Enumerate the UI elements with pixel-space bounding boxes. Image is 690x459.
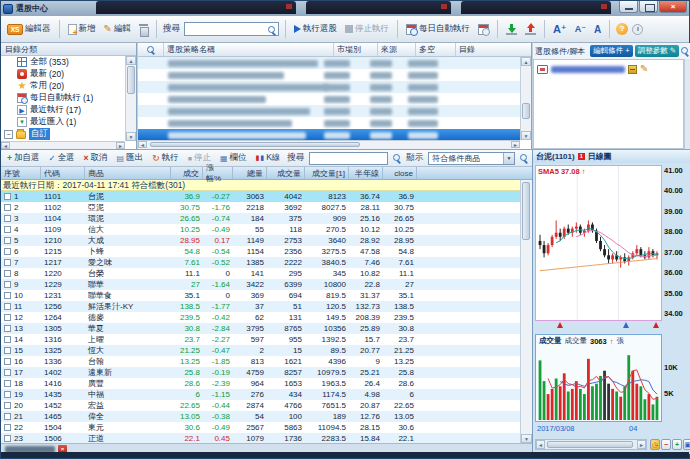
font-reset-button[interactable]: A <box>592 23 603 36</box>
row-checkbox[interactable] <box>4 303 11 310</box>
row-checkbox[interactable] <box>4 259 11 266</box>
column-source[interactable]: 來源 <box>378 43 416 56</box>
sidebar-item-最近執行[interactable]: ▶最近執行(17) <box>1 104 125 116</box>
font-bigger-button[interactable]: A⁺ <box>551 22 569 37</box>
zoom-out-icon[interactable]: − <box>661 439 671 450</box>
table-row[interactable]: 191435中福6-1.152764341174.54.986 <box>1 389 520 400</box>
column-price[interactable]: 成交 <box>171 167 203 179</box>
import-button[interactable] <box>504 22 519 36</box>
table-row[interactable]: 131305華夏30.8-2.84379587651035625.8930.8 <box>1 323 520 334</box>
title-bar[interactable]: 選股中心 × <box>1 1 689 16</box>
row-checkbox[interactable] <box>4 358 11 365</box>
toolbar-search-input[interactable] <box>184 22 279 36</box>
column-close[interactable]: close <box>383 167 417 179</box>
search-icon[interactable] <box>393 154 401 162</box>
strategy-row[interactable] <box>138 69 520 81</box>
strategy-row[interactable] <box>138 105 520 117</box>
column-strategy-name[interactable]: 選股策略名稱 <box>164 43 334 56</box>
column-seq[interactable]: 序號 <box>1 167 41 179</box>
strategy-search-cell[interactable] <box>138 43 164 56</box>
row-checkbox[interactable] <box>4 270 11 277</box>
row-checkbox[interactable] <box>4 424 11 431</box>
row-checkbox[interactable] <box>4 391 11 398</box>
edit-condition-button[interactable]: 編輯條件 + <box>590 45 632 57</box>
stop-screen-button[interactable]: 停止執行 <box>343 22 391 36</box>
new-button[interactable]: 新增 <box>66 22 98 36</box>
table-row[interactable]: 41109信大10.25-0.4955118270.510.1210.25 <box>1 224 520 235</box>
zoom-icon[interactable] <box>520 154 528 162</box>
table-row[interactable]: 11101台泥36.9-0.2730634042812336.7436.9 <box>1 191 520 202</box>
column-long-short[interactable]: 多空 <box>416 43 456 56</box>
table-row[interactable]: 211465偉全13.05-0.385410018912.7613.05 <box>1 411 520 422</box>
adjust-params-button[interactable]: 調整參數 ✎ <box>635 45 679 57</box>
zoom-icon[interactable] <box>681 47 689 55</box>
row-checkbox[interactable] <box>4 435 11 442</box>
maximize-button[interactable] <box>639 1 658 13</box>
table-row[interactable]: 201452宏益22.65-0.44287447667651.520.8722.… <box>1 400 520 411</box>
edit-button[interactable]: ✎ 編輯 <box>102 22 133 36</box>
run-button[interactable]: ↻執行 <box>150 151 181 165</box>
row-checkbox[interactable] <box>4 226 11 233</box>
export-list-button[interactable]: ▤匯出 <box>115 151 146 165</box>
schedule-settings-button[interactable] <box>476 23 491 36</box>
chevron-down-icon[interactable]: ▼ <box>503 153 514 164</box>
column-half-year[interactable]: 半年線 <box>349 167 383 179</box>
volume-chart[interactable] <box>535 334 662 422</box>
row-checkbox[interactable] <box>4 248 11 255</box>
strategy-row[interactable] <box>138 93 520 105</box>
column-name[interactable]: 商品 <box>85 167 171 179</box>
delete-button[interactable] <box>137 23 150 36</box>
save-view-icon[interactable]: ▣ <box>683 439 690 450</box>
table-row[interactable]: 101231聯華食35.10369694819.531.3735.1 <box>1 290 520 301</box>
column-total-volume[interactable]: 總量 <box>233 167 267 179</box>
show-filter-select[interactable]: 符合條件商品▼ <box>428 152 515 165</box>
run-screen-button[interactable]: 執行選股 <box>292 22 339 36</box>
row-checkbox[interactable] <box>4 336 11 343</box>
sidebar-item-最近匯入[interactable]: ▼最近匯入(1) <box>1 116 125 128</box>
script-scrollbar[interactable] <box>684 59 690 149</box>
column-market[interactable]: 市場別 <box>334 43 378 56</box>
table-search-input[interactable] <box>309 152 388 165</box>
table-row[interactable]: 71217愛之味7.61-0.52138522223840.57.467.61 <box>1 257 520 268</box>
table-row[interactable]: 231506正道22.10.45107917362283.515.8422.1 <box>1 433 520 443</box>
pencil-icon[interactable]: ✎ <box>640 64 648 74</box>
price-chart[interactable] <box>535 165 662 321</box>
table-vertical-scrollbar[interactable]: ▼ <box>520 180 532 443</box>
search-icon[interactable] <box>268 26 276 34</box>
row-checkbox[interactable] <box>4 402 11 409</box>
export-button[interactable] <box>523 22 538 36</box>
script-icon[interactable] <box>628 65 637 74</box>
sidebar-item-最新[interactable]: 最新(20) <box>1 68 125 80</box>
strategy-row[interactable] <box>138 57 520 69</box>
font-smaller-button[interactable]: A⁻ <box>573 23 588 35</box>
strategy-vertical-scrollbar[interactable]: ▲ ▼ <box>520 57 531 140</box>
tree-vertical-scrollbar[interactable]: ▲ ▼ <box>125 56 136 141</box>
table-row[interactable]: 171402遠東新25.8-0.194759825710979.525.2125… <box>1 367 520 378</box>
help-icon[interactable]: ? <box>616 23 628 35</box>
table-row[interactable]: 221504東元30.6-0.492567586311094.528.1530.… <box>1 422 520 433</box>
table-row[interactable]: 181416廣豐28.6-2.3996416531963.526.428.6 <box>1 378 520 389</box>
row-checkbox[interactable] <box>4 413 11 420</box>
sidebar-item-每日自動執行[interactable]: 每日自動執行(1) <box>1 92 125 104</box>
table-row[interactable]: 151325恆大21.25-0.4721589.520.7721.25 <box>1 345 520 356</box>
minimize-button[interactable] <box>619 1 638 13</box>
row-checkbox[interactable] <box>4 193 11 200</box>
table-row[interactable]: 61215卜蜂54.8-0.54115423563275.547.5854.8 <box>1 246 520 257</box>
column-change[interactable]: 漲幅% <box>203 167 233 179</box>
chart-scrollbar[interactable]: ◄ ► <box>535 439 647 450</box>
tree-expander-icon[interactable]: − <box>4 130 13 139</box>
strategy-horizontal-scrollbar[interactable]: ◄ ► <box>138 140 520 149</box>
table-row[interactable]: 21102亞泥30.75-1.76221836928027.528.1130.7… <box>1 202 520 213</box>
daily-auto-run-button[interactable]: 每日自動執行 <box>404 22 472 36</box>
column-directory[interactable]: 目錄 <box>456 43 506 56</box>
row-checkbox[interactable] <box>4 347 11 354</box>
row-checkbox[interactable] <box>4 204 11 211</box>
row-checkbox[interactable] <box>4 281 11 288</box>
time-mode-icon[interactable]: ◷ <box>650 439 660 450</box>
table-row[interactable]: 31104環泥26.65-0.7418437590925.1626.65 <box>1 213 520 224</box>
row-checkbox[interactable] <box>4 325 11 332</box>
column-code[interactable]: 代碼 <box>41 167 85 179</box>
deselect-button[interactable]: ×取消 <box>82 151 110 165</box>
row-checkbox[interactable] <box>4 237 11 244</box>
row-checkbox[interactable] <box>4 292 11 299</box>
